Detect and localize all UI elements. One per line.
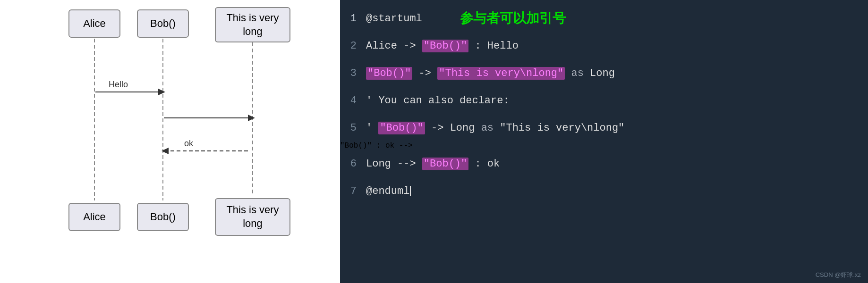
line-number-4: 4	[345, 95, 366, 107]
code-line-4: 4 ' You can also declare:	[340, 87, 868, 114]
code-line-5: 5 ' "Bob()" -> Long as "This is very\nlo…	[340, 114, 868, 142]
line-number-6: 6	[345, 158, 366, 170]
code-line-6: 6 Long --> "Bob()" : ok	[340, 150, 868, 177]
bob-bottom-box: Bob()	[137, 203, 189, 231]
alice-bottom-box: Alice	[68, 203, 120, 231]
diagram-container: Hello ok Alice Bob() This is very long A…	[0, 0, 340, 283]
long-bottom-box: This is very long	[215, 198, 290, 236]
code-line-1: 1 @startuml 参与者可以加引号	[340, 5, 868, 32]
line-1-content: @startuml 参与者可以加引号	[366, 9, 566, 27]
line-6-content: Long --> "Bob()" : ok	[366, 158, 500, 170]
code-editor: 1 @startuml 参与者可以加引号 2 Alice -> "Bob()" …	[340, 0, 868, 283]
line-number-2: 2	[345, 40, 366, 52]
line-7-content: @enduml	[366, 185, 411, 197]
svg-text:ok: ok	[184, 139, 194, 148]
line-5-content: ' "Bob()" -> Long as "This is very\nlong…	[366, 122, 624, 134]
svg-marker-9	[162, 148, 169, 154]
sequence-diagram-panel: Hello ok Alice Bob() This is very long A…	[0, 0, 340, 283]
watermark: CSDN @虾球.xz	[816, 271, 861, 279]
line-2-content: Alice -> "Bob()" : Hello	[366, 40, 519, 52]
diagram-svg: Hello ok	[0, 0, 340, 283]
line-number-7: 7	[345, 185, 366, 197]
alice-top-box: Alice	[68, 9, 120, 38]
line-4-content: ' You can also declare:	[366, 95, 510, 107]
bob-top-box: Bob()	[137, 9, 189, 38]
code-editor-panel: 1 @startuml 参与者可以加引号 2 Alice -> "Bob()" …	[340, 0, 868, 283]
line-number-5: 5	[345, 122, 366, 134]
code-line-3: 3 "Bob()" -> "This is very\nlong" as Lon…	[340, 59, 868, 87]
line-3-content: "Bob()" -> "This is very\nlong" as Long	[366, 67, 615, 80]
svg-text:Hello: Hello	[109, 80, 128, 89]
code-line-7: 7 @enduml	[340, 177, 868, 205]
long-top-box: This is very long	[215, 7, 290, 42]
line-number-3: 3	[345, 67, 366, 79]
svg-marker-7	[248, 115, 255, 121]
editor-title: 参与者可以加引号	[460, 9, 566, 27]
code-line-2: 2 Alice -> "Bob()" : Hello	[340, 32, 868, 59]
cursor	[410, 186, 411, 196]
line-number-1: 1	[345, 13, 366, 25]
svg-marker-4	[158, 89, 165, 95]
